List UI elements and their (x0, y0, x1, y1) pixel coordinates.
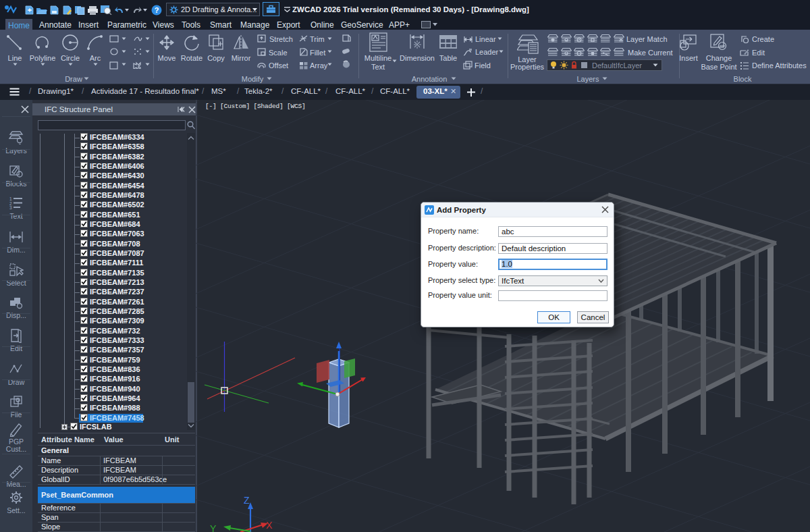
svg-text:Z: Z (244, 495, 250, 506)
svg-text:?: ? (155, 6, 159, 14)
svg-text:X: X (266, 520, 273, 531)
svg-text:3: 3 (9, 205, 12, 210)
svg-text:Y: Y (210, 523, 217, 532)
